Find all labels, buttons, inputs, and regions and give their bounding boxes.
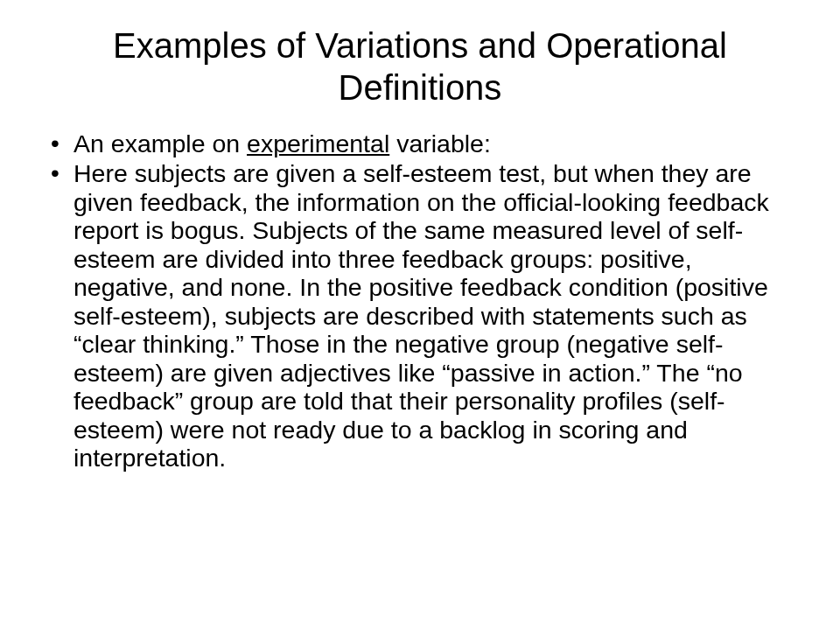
bullet-text-pre: An example on — [74, 130, 247, 158]
slide: Examples of Variations and Operational D… — [0, 0, 840, 630]
bullet-list: An example on experimental variable: Her… — [44, 130, 796, 472]
slide-title: Examples of Variations and Operational D… — [44, 24, 796, 108]
list-item: Here subjects are given a self-esteem te… — [74, 159, 796, 472]
list-item: An example on experimental variable: — [74, 130, 796, 158]
bullet-text-post: variable: — [389, 130, 491, 158]
bullet-text: Here subjects are given a self-esteem te… — [74, 159, 769, 472]
bullet-text-underline: experimental — [247, 130, 389, 158]
